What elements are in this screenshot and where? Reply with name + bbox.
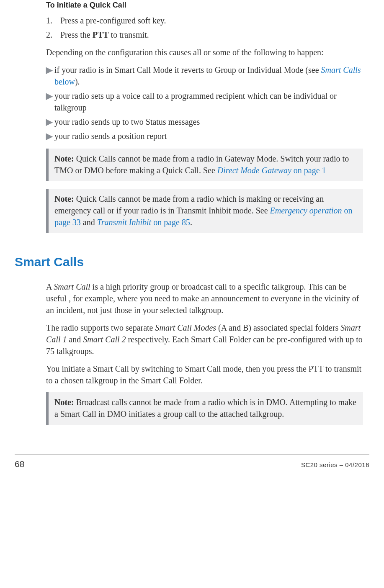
doc-info: SC20 series – 04/2016 — [301, 460, 369, 469]
text: to transmit. — [109, 30, 149, 39]
step-number: 1. — [46, 15, 60, 26]
text: ). — [75, 77, 80, 86]
arrow-icon: ▶ — [46, 64, 54, 87]
arrow-icon: ▶ — [46, 130, 54, 142]
list-item: ▶ your radio sends a position report — [46, 130, 363, 142]
quick-call-effects: ▶ if your radio is in Smart Call Mode it… — [46, 64, 363, 142]
smart-calls-link[interactable]: below — [54, 77, 75, 86]
step-text: Press a pre-configured soft key. — [60, 15, 363, 26]
list-item: 1. Press a pre-configured soft key. — [46, 15, 363, 26]
bullet-text: your radio sends up to two Status messag… — [54, 116, 363, 128]
bullet-text: your radio sends a position report — [54, 130, 363, 142]
note-dmo-broadcast: Note: Broadcast calls cannot be made fro… — [46, 392, 363, 425]
arrow-icon: ▶ — [46, 116, 54, 128]
page-number: 68 — [15, 458, 24, 470]
bullet-text: if your radio is in Smart Call Mode it r… — [54, 64, 363, 87]
emergency-operation-link[interactable]: Emergency operation — [270, 206, 342, 215]
smart-calls-para-2: The radio supports two separate Smart Ca… — [46, 322, 363, 357]
note-text: Broadcast calls cannot be made from a ra… — [54, 398, 356, 419]
text: and — [67, 335, 83, 344]
quick-call-heading: To initiate a Quick Call — [46, 0, 363, 10]
text: if your radio is in Smart Call Mode it r… — [54, 65, 321, 74]
transmit-inhibit-link[interactable]: Transmit Inhibit — [97, 218, 151, 227]
text: The radio supports two separate — [46, 323, 155, 332]
note-label: Note: — [54, 154, 74, 163]
quick-call-steps: 1. Press a pre-configured soft key. 2. P… — [46, 15, 363, 41]
list-item: ▶ if your radio is in Smart Call Mode it… — [46, 64, 363, 87]
smart-calls-title: Smart Calls — [15, 253, 363, 271]
page-footer: 68 SC20 series – 04/2016 — [15, 454, 369, 478]
arrow-icon: ▶ — [46, 90, 54, 113]
direct-mode-gateway-link[interactable]: on page 1 — [291, 166, 326, 175]
ptt-label: PTT — [93, 30, 109, 39]
step-number: 2. — [46, 29, 60, 41]
smart-calls-para-1: A Smart Call is a high priority group or… — [46, 281, 363, 316]
list-item: ▶ your radio sets up a voice call to a p… — [46, 90, 363, 113]
list-item: 2. Press the PTT to transmit. — [46, 29, 363, 41]
term: Smart Call 2 — [83, 335, 126, 344]
bullet-text: your radio sets up a voice call to a pro… — [54, 90, 363, 113]
smart-calls-link[interactable]: Smart Calls — [321, 65, 361, 74]
transmit-inhibit-link[interactable]: on page 85 — [151, 218, 190, 227]
note-gateway-mode: Note: Quick Calls cannot be made from a … — [46, 149, 363, 181]
text: and — [81, 218, 97, 227]
direct-mode-gateway-link[interactable]: Direct Mode Gateway — [217, 166, 291, 175]
text: A — [46, 282, 54, 291]
note-label: Note: — [54, 194, 74, 203]
quick-call-intro: Depending on the configuration this caus… — [46, 46, 363, 58]
note-label: Note: — [54, 398, 74, 407]
text: . — [190, 218, 192, 227]
list-item: ▶ your radio sends up to two Status mess… — [46, 116, 363, 128]
text: (A and B) associated special folders — [216, 323, 340, 332]
text: is a high priority group or broadcast ca… — [46, 282, 359, 315]
smart-calls-para-3: You initiate a Smart Call by switching t… — [46, 363, 363, 386]
term: Smart Call — [54, 282, 90, 291]
text: Press the — [60, 30, 93, 39]
note-emergency-mode: Note: Quick Calls cannot be made from a … — [46, 189, 363, 233]
step-text: Press the PTT to transmit. — [60, 29, 363, 41]
term: Smart Call Modes — [155, 323, 216, 332]
